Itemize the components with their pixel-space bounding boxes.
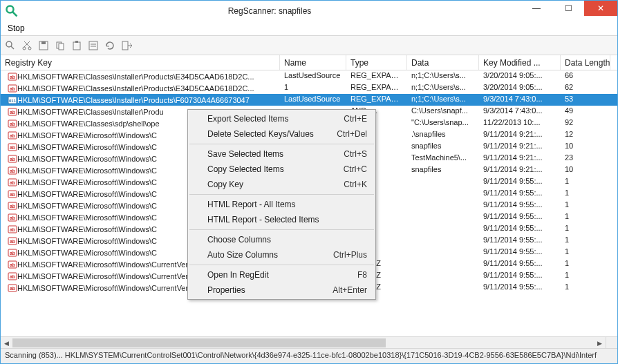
cell-modified: 9/11/2014 9:55:...	[479, 223, 561, 235]
cell-modified: 9/11/2014 9:55:...	[479, 200, 561, 211]
svg-rect-17	[122, 41, 128, 50]
toolbar-refresh-icon[interactable]	[103, 39, 117, 52]
menu-item-shortcut: Ctrl+K	[327, 180, 367, 189]
cell-data: n;1;C:\Users\s...	[407, 94, 479, 106]
menu-separator	[189, 194, 374, 195]
cell-modified: 3/20/2014 9:05:...	[479, 82, 561, 94]
col-name[interactable]: Name	[280, 55, 346, 70]
cell-length: 53	[561, 94, 610, 106]
toolbar-properties-icon[interactable]	[86, 39, 100, 52]
toolbar-save-icon[interactable]	[37, 39, 50, 52]
svg-text:ab: ab	[10, 75, 15, 79]
table-row[interactable]: 011HKLM\SOFTWARE\Classes\Installer\Produ…	[1, 94, 617, 106]
cell-length: 1	[561, 247, 610, 258]
svg-text:ab: ab	[10, 215, 15, 220]
toolbar-copy-icon[interactable]	[53, 39, 67, 52]
scroll-thumb[interactable]	[12, 338, 386, 347]
menu-item-shortcut: Ctrl+Plus	[317, 250, 367, 260]
cell-modified: 9/11/2014 9:21:...	[479, 129, 561, 141]
scroll-track[interactable]	[12, 337, 594, 348]
menu-item[interactable]: Open In RegEditF8	[188, 267, 375, 282]
svg-text:ab: ab	[10, 239, 15, 244]
svg-text:ab: ab	[10, 86, 15, 91]
cell-key: HKLM\SOFTWARE\Microsoft\Windows\C	[17, 143, 157, 151]
reg-value-icon: ab	[5, 213, 17, 222]
cell-data: snapfiles	[407, 141, 479, 153]
scrollbar-corner	[606, 336, 617, 348]
cell-key: HKLM\SOFTWARE\Microsoft\Windows\C	[17, 237, 157, 245]
horizontal-scrollbar[interactable]: ◀ ▶	[1, 336, 606, 348]
col-data-length[interactable]: Data Length	[561, 55, 610, 70]
toolbar-cut-icon[interactable]	[20, 39, 34, 52]
menu-item[interactable]: Copy KeyCtrl+K	[188, 177, 375, 192]
svg-text:ab: ab	[10, 192, 15, 197]
toolbar	[1, 36, 617, 55]
toolbar-exit-icon[interactable]	[120, 39, 133, 52]
cell-data: snapfiles	[407, 164, 479, 176]
reg-value-icon: ab	[5, 224, 17, 234]
toolbar-search-icon[interactable]	[3, 39, 17, 52]
scroll-right-icon[interactable]: ▶	[594, 337, 606, 348]
cell-length: 1	[561, 235, 610, 247]
table-row[interactable]: abHKLM\SOFTWARE\Classes\Installer\Produc…	[1, 82, 617, 94]
svg-text:ab: ab	[10, 110, 15, 115]
svg-point-0	[7, 6, 14, 13]
cell-type: REG_EXPAND_...	[346, 82, 407, 94]
cell-length: 62	[561, 82, 610, 94]
col-type[interactable]: Type	[346, 55, 407, 70]
cell-modified: 9/11/2014 9:55:...	[479, 247, 561, 258]
table-row[interactable]: abHKLM\SOFTWARE\Classes\Installer\Produc…	[1, 70, 617, 82]
menu-item-shortcut: Alt+Enter	[316, 285, 367, 295]
menu-item[interactable]: Save Selected ItemsCtrl+S	[188, 146, 375, 162]
cell-data: C:\Users\snapf...	[407, 106, 479, 117]
menu-item-label: Auto Size Columns	[207, 250, 278, 260]
menu-item[interactable]: Copy Selected ItemsCtrl+C	[188, 162, 375, 177]
cell-modified: 9/11/2014 9:55:...	[479, 282, 561, 294]
menu-item[interactable]: Delete Selected Keys/ValuesCtrl+Del	[188, 126, 375, 142]
reg-value-icon: 011	[5, 95, 17, 105]
svg-rect-14	[89, 41, 97, 50]
cell-length: 1	[561, 270, 610, 282]
svg-text:ab: ab	[10, 157, 15, 162]
reg-value-icon: ab	[5, 236, 17, 246]
cell-length: 66	[561, 70, 610, 82]
menu-item[interactable]: HTML Report - Selected Items	[188, 212, 375, 227]
minimize-button[interactable]: —	[521, 1, 552, 16]
cell-key: HKLM\SOFTWARE\Classes\Installer\Products…	[17, 84, 254, 93]
cell-length: 1	[561, 223, 610, 235]
cell-key: HKLM\SOFTWARE\Microsoft\Windows\C	[17, 178, 157, 186]
reg-value-icon: ab	[5, 166, 17, 175]
reg-value-icon: ab	[5, 248, 17, 258]
menu-stop[interactable]: Stop	[3, 22, 29, 35]
reg-value-icon: ab	[5, 119, 17, 128]
cell-length: 1	[561, 188, 610, 200]
cell-name: 1	[280, 82, 346, 94]
menu-item[interactable]: Choose Columns	[188, 232, 375, 247]
menu-item[interactable]: HTML Report - All Items	[188, 197, 375, 212]
close-button[interactable]: ✕	[584, 1, 617, 16]
cell-length: 1	[561, 200, 610, 211]
svg-point-5	[28, 47, 31, 50]
menu-item[interactable]: PropertiesAlt+Enter	[188, 282, 375, 298]
svg-text:ab: ab	[10, 251, 15, 256]
col-key-modified[interactable]: Key Modified ...	[479, 55, 561, 70]
scroll-left-icon[interactable]: ◀	[1, 337, 12, 348]
menu-item[interactable]: Auto Size ColumnsCtrl+Plus	[188, 247, 375, 262]
col-data[interactable]: Data	[407, 55, 479, 70]
svg-text:ab: ab	[10, 274, 15, 279]
cell-length: 1	[561, 211, 610, 223]
cell-modified: 9/11/2014 9:55:...	[479, 211, 561, 223]
col-registry-key[interactable]: Registry Key	[1, 55, 280, 70]
cell-modified: 9/11/2014 9:21:...	[479, 164, 561, 176]
toolbar-paste-icon[interactable]	[70, 39, 84, 52]
cell-length: 1	[561, 282, 610, 294]
cell-length: 10	[561, 141, 610, 153]
cell-length: 12	[561, 129, 610, 141]
menu-item[interactable]: Export Selected ItemsCtrl+E	[188, 111, 375, 126]
maximize-button[interactable]: ☐	[552, 1, 584, 16]
cell-modified: 9/11/2014 9:55:...	[479, 235, 561, 247]
svg-line-3	[11, 46, 14, 49]
cell-data	[407, 270, 479, 282]
menu-separator	[189, 229, 374, 230]
reg-value-icon: ab	[5, 260, 17, 269]
